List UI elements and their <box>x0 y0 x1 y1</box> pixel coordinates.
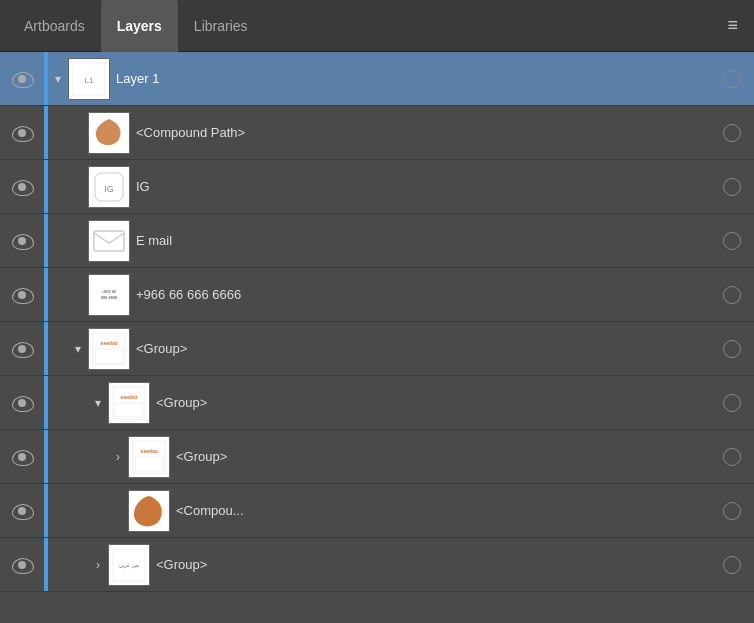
expand-collapse-button[interactable]: › <box>88 558 108 572</box>
svg-text:666 6666: 666 6666 <box>101 295 118 300</box>
svg-text:L1: L1 <box>85 76 94 85</box>
indent-area: › <box>48 450 128 464</box>
layer-name-label: <Group> <box>136 341 710 356</box>
indent-area: ▾ <box>48 234 88 248</box>
layer-thumbnail: نص عربي <box>108 544 150 586</box>
layer-row[interactable]: ▾<Compound Path> <box>0 106 754 160</box>
tab-bar: Artboards Layers Libraries ≡ <box>0 0 754 52</box>
svg-text:seebü: seebü <box>100 340 118 346</box>
indent-area: ▾ <box>48 288 88 302</box>
target-circle <box>723 448 741 466</box>
visibility-toggle[interactable] <box>0 180 44 194</box>
visibility-toggle[interactable] <box>0 288 44 302</box>
layer-thumbnail <box>128 490 170 532</box>
eye-icon <box>12 180 32 194</box>
indent-area: ▾ <box>48 180 88 194</box>
tab-artboards[interactable]: Artboards <box>8 0 101 52</box>
eye-icon <box>12 450 32 464</box>
layer-row[interactable]: ▾+966 66666 6666+966 66 666 6666 <box>0 268 754 322</box>
eye-icon <box>12 126 32 140</box>
target-indicator[interactable] <box>710 232 754 250</box>
svg-rect-4 <box>94 231 124 251</box>
layer-row[interactable]: ▾<Compou... <box>0 484 754 538</box>
layer-row[interactable]: ›نص عربي<Group> <box>0 538 754 592</box>
layer-row[interactable]: ▾seebü<Group> <box>0 322 754 376</box>
target-indicator[interactable] <box>710 124 754 142</box>
layer-name-label: <Compou... <box>176 503 710 518</box>
panel-menu-button[interactable]: ≡ <box>719 11 746 40</box>
layer-thumbnail: IG <box>88 166 130 208</box>
target-circle <box>723 502 741 520</box>
visibility-toggle[interactable] <box>0 234 44 248</box>
visibility-toggle[interactable] <box>0 558 44 572</box>
indent-area: ▾ <box>48 504 128 518</box>
layer-name-label: Layer 1 <box>116 71 710 86</box>
indent-area: ▾ <box>48 342 88 356</box>
target-indicator[interactable] <box>710 394 754 412</box>
target-indicator[interactable] <box>710 340 754 358</box>
eye-icon <box>12 396 32 410</box>
layer-name-label: <Group> <box>156 395 710 410</box>
eye-icon <box>12 558 32 572</box>
eye-icon <box>12 288 32 302</box>
target-indicator[interactable] <box>710 286 754 304</box>
tab-libraries[interactable]: Libraries <box>178 0 264 52</box>
indent-area: ▾ <box>48 396 108 410</box>
visibility-toggle[interactable] <box>0 342 44 356</box>
target-circle <box>723 124 741 142</box>
layer-row[interactable]: ▾L1Layer 1 <box>0 52 754 106</box>
layer-row[interactable]: ▾seebü<Group> <box>0 376 754 430</box>
layer-row[interactable]: ▾IGIG <box>0 160 754 214</box>
svg-text:IG: IG <box>104 184 114 194</box>
layer-row[interactable]: ▾E mail <box>0 214 754 268</box>
visibility-toggle[interactable] <box>0 504 44 518</box>
indent-area: ▾ <box>48 72 68 86</box>
svg-text:+966 66: +966 66 <box>102 289 117 294</box>
visibility-toggle[interactable] <box>0 126 44 140</box>
layer-thumbnail: seebü <box>108 382 150 424</box>
target-indicator[interactable] <box>710 178 754 196</box>
visibility-toggle[interactable] <box>0 450 44 464</box>
layer-name-label: +966 66 666 6666 <box>136 287 710 302</box>
layer-name-label: IG <box>136 179 710 194</box>
target-circle <box>723 232 741 250</box>
eye-icon <box>12 234 32 248</box>
layer-thumbnail: seebu <box>128 436 170 478</box>
layer-thumbnail <box>88 112 130 154</box>
layer-thumbnail: seebü <box>88 328 130 370</box>
expand-collapse-button[interactable]: ▾ <box>88 396 108 410</box>
svg-text:seebü: seebü <box>120 394 138 400</box>
eye-icon <box>12 342 32 356</box>
target-circle <box>723 286 741 304</box>
expand-collapse-button[interactable]: ▾ <box>48 72 68 86</box>
svg-text:seebu: seebu <box>140 448 158 454</box>
eye-icon <box>12 72 32 86</box>
target-circle <box>723 70 741 88</box>
layer-thumbnail <box>88 220 130 262</box>
expand-collapse-button[interactable]: ▾ <box>68 342 88 356</box>
layer-thumbnail: L1 <box>68 58 110 100</box>
target-circle <box>723 394 741 412</box>
target-circle <box>723 178 741 196</box>
target-indicator[interactable] <box>710 502 754 520</box>
layer-name-label: <Group> <box>176 449 710 464</box>
target-circle <box>723 340 741 358</box>
layer-row[interactable]: ›seebu<Group> <box>0 430 754 484</box>
visibility-toggle[interactable] <box>0 72 44 86</box>
layer-name-label: <Group> <box>156 557 710 572</box>
target-circle <box>723 556 741 574</box>
layer-thumbnail: +966 66666 6666 <box>88 274 130 316</box>
indent-area: › <box>48 558 108 572</box>
tab-layers[interactable]: Layers <box>101 0 178 52</box>
visibility-toggle[interactable] <box>0 396 44 410</box>
target-indicator[interactable] <box>710 448 754 466</box>
layer-name-label: <Compound Path> <box>136 125 710 140</box>
target-indicator[interactable] <box>710 70 754 88</box>
expand-collapse-button[interactable]: › <box>108 450 128 464</box>
indent-area: ▾ <box>48 126 88 140</box>
target-indicator[interactable] <box>710 556 754 574</box>
layer-name-label: E mail <box>136 233 710 248</box>
eye-icon <box>12 504 32 518</box>
layers-panel: ▾L1Layer 1▾<Compound Path>▾IGIG▾E mail▾+… <box>0 52 754 623</box>
